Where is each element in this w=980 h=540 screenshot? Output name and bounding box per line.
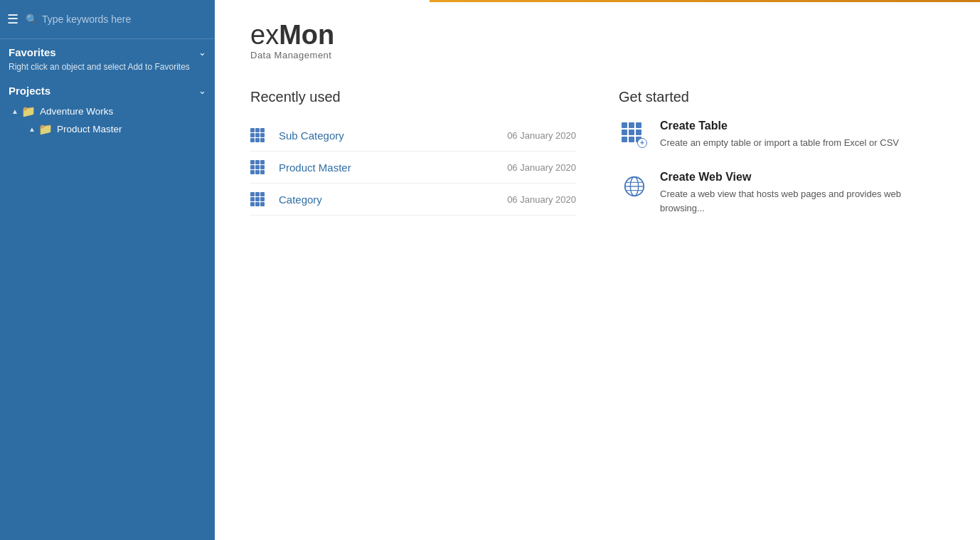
sidebar: ☰ 🔍 Favorites ⌄ Right click an object an…: [0, 0, 215, 540]
create-table-icon: +: [619, 120, 650, 151]
content-columns: Recently used Sub Category 06 January 20…: [250, 89, 944, 235]
table-icon-1: [250, 160, 272, 174]
favorites-chevron-icon[interactable]: ⌄: [198, 47, 206, 58]
recent-date-2: 06 January 2020: [507, 194, 576, 205]
search-bar: ☰ 🔍: [0, 0, 215, 39]
recent-name-2[interactable]: Category: [279, 194, 507, 206]
create-table-item[interactable]: + Create Table Create an empty table or …: [619, 120, 944, 151]
folder-icon: 📁: [21, 105, 36, 118]
logo-mon: Mon: [279, 20, 334, 50]
logo-area: exMon Data Management: [250, 21, 944, 60]
projects-title: Projects: [9, 85, 50, 97]
create-webview-icon: [619, 171, 650, 202]
hamburger-icon[interactable]: ☰: [7, 11, 18, 27]
product-master-label: Product Master: [57, 124, 122, 134]
projects-section: Projects ⌄ ▲ 📁 Adventure Works ▲ 📁 Produ…: [0, 78, 215, 142]
favorites-header: Favorites ⌄: [9, 46, 206, 58]
create-table-title: Create Table: [660, 120, 899, 132]
adventure-works-label: Adventure Works: [40, 106, 113, 117]
sidebar-item-adventure-works[interactable]: ▲ 📁 Adventure Works: [9, 102, 206, 120]
main-content: exMon Data Management Recently used: [215, 0, 980, 540]
plus-badge: +: [637, 138, 647, 148]
recently-used-column: Recently used Sub Category 06 January 20…: [250, 89, 576, 235]
logo-text: exMon: [250, 21, 944, 48]
table-plus-icon: +: [622, 122, 647, 148]
folder-icon-sub: 📁: [38, 122, 53, 136]
table-icon-2: [250, 192, 272, 206]
recent-name-1[interactable]: Product Master: [279, 162, 507, 174]
projects-chevron-icon[interactable]: ⌄: [198, 85, 206, 96]
recent-item-subcategory[interactable]: Sub Category 06 January 2020: [250, 120, 576, 152]
collapse-icon: ▲: [11, 107, 18, 115]
create-webview-item[interactable]: Create Web View Create a web view that h…: [619, 171, 944, 215]
logo-subtitle: Data Management: [250, 50, 944, 60]
create-table-desc: Create an empty table or import a table …: [660, 136, 899, 150]
search-icon: 🔍: [26, 14, 38, 25]
collapse-icon-sub: ▲: [28, 125, 36, 133]
create-webview-desc: Create a web view that hosts web pages a…: [660, 187, 944, 215]
recent-date-1: 06 January 2020: [507, 162, 576, 173]
logo-ex: ex: [250, 20, 279, 50]
favorites-section: Favorites ⌄ Right click an object and se…: [0, 39, 215, 78]
recent-item-category[interactable]: Category 06 January 2020: [250, 184, 576, 216]
create-webview-text: Create Web View Create a web view that h…: [660, 171, 944, 215]
recent-name-0[interactable]: Sub Category: [279, 129, 507, 142]
favorites-title: Favorites: [9, 46, 56, 58]
main-wrapper: exMon Data Management Recently used: [215, 0, 980, 540]
sidebar-item-product-master[interactable]: ▲ 📁 Product Master: [9, 120, 206, 138]
table-icon-0: [250, 128, 272, 142]
get-started-column: Get started + C: [619, 89, 944, 235]
globe-icon: [622, 174, 646, 198]
get-started-title: Get started: [619, 89, 944, 105]
recent-date-0: 06 January 2020: [507, 130, 576, 141]
top-divider: [430, 0, 980, 2]
create-webview-title: Create Web View: [660, 171, 944, 184]
favorites-hint: Right click an object and select Add to …: [9, 61, 206, 73]
search-input[interactable]: [42, 14, 208, 25]
projects-header: Projects ⌄: [9, 85, 206, 97]
recent-item-productmaster[interactable]: Product Master 06 January 2020: [250, 152, 576, 184]
create-table-text: Create Table Create an empty table or im…: [660, 120, 899, 150]
recently-used-title: Recently used: [250, 89, 576, 105]
